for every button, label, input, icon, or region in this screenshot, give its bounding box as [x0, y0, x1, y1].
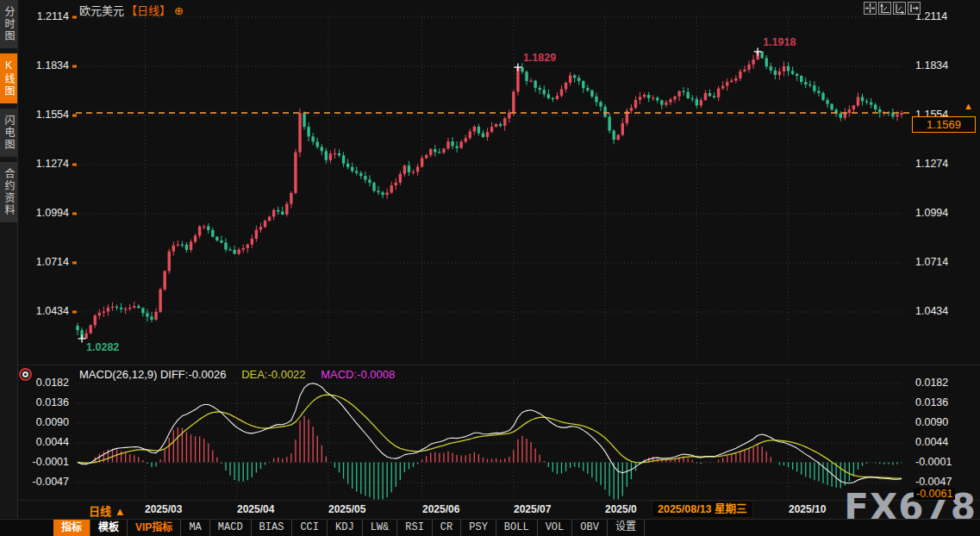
toolbar-tab-kdj[interactable]: KDJ	[328, 520, 363, 536]
toolbar-tab-indicator[interactable]: 指标	[53, 520, 91, 536]
add-indicator-icon[interactable]: ⊕	[174, 4, 184, 17]
macd-bar-value: MACD:-0.0008	[321, 368, 395, 381]
toolbar-tab-bias[interactable]: BIAS	[252, 520, 293, 536]
period-selector[interactable]: 日线 ▲	[89, 502, 126, 519]
charting-app: 分时图K线图闪电图合约资料 欧元美元【日线】⊕ 1.21141.21141.18…	[0, 0, 980, 536]
chart-type-sidebar: 分时图K线图闪电图合约资料	[0, 0, 18, 518]
toolbar-tab-cr[interactable]: CR	[433, 520, 461, 536]
axis-divider	[0, 500, 980, 501]
toolbar-tab-rsi[interactable]: RSI	[397, 520, 433, 536]
sidebar-item-candle-chart[interactable]: K线图	[0, 53, 17, 103]
crosshair-icon[interactable]	[864, 2, 877, 15]
period-tag: 【日线】	[126, 4, 171, 17]
toolbar-tab-macd[interactable]: MACD	[210, 520, 252, 536]
indicator-settings-icon[interactable]	[19, 368, 32, 381]
toolbar-tab-cci[interactable]: CCI	[292, 520, 328, 536]
toolbar-tab-obv[interactable]: OBV	[572, 520, 608, 536]
title-bar: 欧元美元【日线】⊕	[79, 2, 184, 18]
panel-divider	[0, 365, 980, 365]
toolbar-tab-ma[interactable]: MA	[181, 520, 209, 536]
go-to-latest-icon[interactable]	[908, 2, 921, 15]
macd-last-value-label: -0.0061	[914, 488, 955, 500]
toolbar-tab-boll[interactable]: BOLL	[496, 520, 538, 536]
scale-x-axis-icon[interactable]	[893, 2, 906, 15]
toolbar-tab-template[interactable]: 模板	[91, 520, 128, 536]
scale-y-axis-icon[interactable]	[878, 2, 891, 15]
symbol-title: 欧元美元	[79, 4, 124, 17]
toolbar-tab-vol[interactable]: VOL	[538, 520, 573, 536]
toolbar-tab-lwr[interactable]: LW&	[363, 520, 398, 536]
chevron-up-icon: ▲	[115, 505, 126, 518]
sidebar-item-lightning-chart[interactable]: 闪电图	[0, 109, 17, 157]
toolbar-tab-psy[interactable]: PSY	[461, 520, 496, 536]
toolbar-tab-vip-indicator[interactable]: VIP指标	[128, 520, 181, 536]
chart-tool-buttons	[864, 2, 921, 15]
macd-header: MACD(26,12,9) DIFF:-0.0026 DEA:-0.0022 M…	[79, 368, 395, 381]
price-marker-arrow-icon: ▲	[964, 101, 973, 111]
indicator-toolbar: 指标模板VIP指标MAMACDBIASCCIKDJLW&RSICRPSYBOLL…	[0, 519, 980, 536]
sidebar-item-time-share-chart[interactable]: 分时图	[0, 0, 17, 48]
last-price-label: 1.1569	[912, 116, 976, 133]
macd-dea-value: DEA:-0.0022	[241, 368, 305, 381]
sidebar-item-contract-info[interactable]: 合约资料	[0, 162, 17, 222]
candlestick-chart-canvas[interactable]	[0, 0, 980, 536]
date-tooltip: 2025/08/13 星期三	[652, 501, 753, 518]
macd-diff-value: MACD(26,12,9) DIFF:-0.0026	[79, 368, 227, 381]
toolbar-tab-settings[interactable]: 设置	[608, 520, 645, 536]
